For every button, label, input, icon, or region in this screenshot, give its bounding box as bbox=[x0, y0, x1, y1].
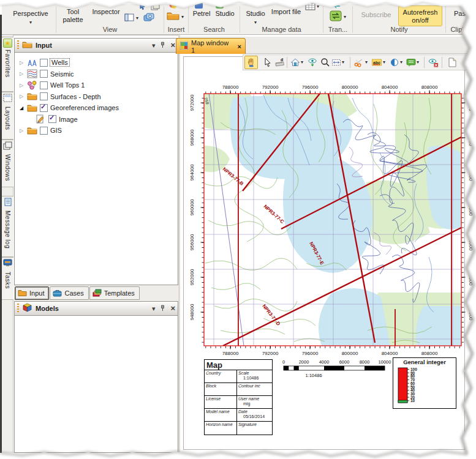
panel-grip[interactable] bbox=[17, 40, 19, 50]
tab-input[interactable]: Input bbox=[15, 286, 49, 300]
contrast-button[interactable] bbox=[388, 56, 401, 69]
svg-text:804000: 804000 bbox=[382, 84, 398, 90]
autorefresh-button[interactable]: Autorefresh on/off bbox=[398, 6, 442, 26]
perspective-button[interactable]: Perspective▾ bbox=[6, 10, 55, 26]
svg-text:960000: 960000 bbox=[468, 200, 474, 216]
surfaces-checkbox[interactable] bbox=[40, 92, 48, 100]
tree-item-gis[interactable]: ▷ GIS bbox=[15, 125, 178, 136]
select-tool-button[interactable] bbox=[261, 56, 274, 69]
studio-manage-button[interactable]: Studio▾ bbox=[244, 10, 267, 26]
view-all-button[interactable] bbox=[306, 56, 319, 69]
svg-text:792000: 792000 bbox=[262, 351, 279, 356]
sidebar-tab-favorites[interactable]: ★ Favorites bbox=[2, 37, 13, 92]
georeferenced-images-checkbox[interactable]: ✓ bbox=[40, 104, 48, 112]
spreadsheet-dropdown[interactable]: ▾ bbox=[317, 4, 319, 9]
polyline-edit-icon bbox=[353, 57, 365, 68]
home-view-button[interactable] bbox=[289, 56, 302, 69]
seismic-checkbox[interactable] bbox=[40, 70, 48, 78]
layouts-icon bbox=[3, 94, 12, 105]
manage-data-group-label: Manage data bbox=[240, 26, 323, 33]
map-figure[interactable]: 788000792000 796000800000 804000808000 7… bbox=[182, 72, 476, 366]
pane-layout-dropdown[interactable]: ▾ bbox=[136, 15, 138, 21]
subscribe-button[interactable]: Subscribe bbox=[358, 11, 395, 19]
close-icon[interactable]: × bbox=[170, 42, 175, 48]
hide-button[interactable] bbox=[426, 56, 440, 69]
input-panel-header[interactable]: Input ▾ × bbox=[14, 38, 178, 53]
svg-text:972000: 972000 bbox=[189, 94, 195, 111]
expander-icon[interactable]: ▷ bbox=[18, 83, 25, 88]
tab-close-icon[interactable]: × bbox=[238, 43, 241, 50]
page-icon bbox=[447, 57, 458, 68]
tree-item-wells[interactable]: ▷ Wells bbox=[15, 57, 178, 69]
x-axis-top-labels: 788000792000 796000800000 804000808000 bbox=[222, 84, 438, 90]
petrel-search-button[interactable]: Petrel bbox=[190, 10, 213, 18]
new-page-button[interactable] bbox=[445, 56, 459, 69]
stacked-windows-icon[interactable] bbox=[151, 2, 160, 13]
chevron-down-icon[interactable]: ▾ bbox=[152, 305, 156, 312]
edit-polyline-dropdown[interactable]: ▾ bbox=[365, 59, 368, 65]
annotation-button[interactable]: abc bbox=[370, 56, 383, 69]
tree-item-image[interactable]: ✓ Image bbox=[15, 114, 178, 125]
tool-palette-button[interactable]: Tool palette bbox=[59, 8, 87, 24]
perspective-label: Perspective bbox=[13, 10, 48, 17]
chevron-down-icon[interactable]: ▾ bbox=[152, 42, 156, 48]
panel-grip[interactable] bbox=[17, 304, 19, 313]
pan-tool-button[interactable] bbox=[244, 56, 258, 69]
tree-item-seismic[interactable]: ▷ Seismic bbox=[15, 69, 178, 80]
inspector-button[interactable]: Inspector bbox=[88, 8, 124, 16]
pin-icon[interactable] bbox=[160, 305, 165, 312]
svg-text:d: d bbox=[281, 58, 283, 62]
wells-checkbox[interactable] bbox=[40, 59, 48, 67]
templates-icon bbox=[93, 289, 102, 298]
models-panel-header[interactable]: Models ▾ × bbox=[14, 301, 178, 316]
gis-checkbox[interactable] bbox=[40, 127, 48, 135]
sidebar-tab-tasks[interactable]: Tasks bbox=[2, 257, 13, 300]
sidebar-tab-layouts[interactable]: Layouts bbox=[2, 92, 13, 140]
sidebar-tab-windows[interactable]: Windows bbox=[2, 140, 13, 187]
insert-folder-icon[interactable] bbox=[167, 10, 179, 23]
pane-layout-icon[interactable] bbox=[124, 13, 135, 24]
view-group-label: View bbox=[56, 26, 164, 33]
tree-item-label: Georeferenced images bbox=[50, 104, 119, 111]
zoom-extents-dropdown[interactable]: ▾ bbox=[342, 59, 344, 65]
tree-item-georeferenced-images[interactable]: ◢ ✓ Georeferenced images bbox=[15, 102, 178, 114]
edit-polyline-button[interactable] bbox=[352, 56, 366, 69]
image-checkbox[interactable]: ✓ bbox=[48, 115, 56, 123]
tab-map-window-1[interactable]: Map window 1 × bbox=[176, 38, 246, 54]
legend-row: Model nameDate05/16/2014 bbox=[205, 409, 272, 422]
expander-icon[interactable]: ◢ bbox=[18, 105, 25, 111]
eye-down-icon bbox=[307, 57, 318, 68]
measure-distance-button[interactable]: d bbox=[273, 56, 287, 69]
legend-title: Map bbox=[205, 360, 272, 370]
map-thumbnail-icon bbox=[180, 42, 188, 51]
folder-icon bbox=[27, 126, 37, 135]
expander-icon[interactable]: ▷ bbox=[18, 60, 25, 65]
pin-icon[interactable] bbox=[160, 42, 165, 49]
transfer-dropdown[interactable]: ▾ bbox=[344, 14, 346, 20]
contrast-dropdown[interactable]: ▾ bbox=[400, 59, 402, 65]
spreadsheet-icon[interactable] bbox=[305, 2, 315, 13]
studio-search-button[interactable]: Studio bbox=[212, 10, 238, 18]
comments-dropdown[interactable]: ▾ bbox=[417, 59, 419, 65]
svg-text:8000: 8000 bbox=[360, 359, 370, 365]
sidebar-tab-message-log[interactable]: Message log bbox=[2, 196, 13, 257]
expander-icon[interactable]: ▷ bbox=[18, 71, 25, 76]
tree-item-well-tops[interactable]: ▷ Well Tops 1 bbox=[15, 80, 178, 91]
expander-icon[interactable]: ▷ bbox=[18, 128, 25, 133]
insert-dropdown[interactable]: ▾ bbox=[181, 14, 184, 20]
close-icon[interactable]: × bbox=[170, 305, 175, 312]
well-tops-checkbox[interactable] bbox=[40, 81, 48, 89]
paste-button[interactable]: Paste bbox=[450, 10, 475, 18]
transfer-icon[interactable] bbox=[330, 10, 342, 24]
pointer-tool-icon[interactable] bbox=[138, 1, 146, 12]
import-file-button[interactable]: Import file bbox=[271, 8, 301, 16]
annotation-dropdown[interactable]: ▾ bbox=[383, 59, 385, 65]
tree-item-surfaces[interactable]: ▷ Surfaces - Depth bbox=[15, 91, 178, 103]
tab-cases[interactable]: Cases bbox=[50, 286, 88, 300]
comments-button[interactable] bbox=[404, 56, 418, 69]
expander-icon[interactable]: ▷ bbox=[18, 94, 25, 99]
zoom-extents-button[interactable] bbox=[330, 56, 343, 69]
tab-templates[interactable]: Templates bbox=[89, 286, 140, 300]
home-view-dropdown[interactable]: ▾ bbox=[301, 59, 303, 65]
screenshot-icon[interactable] bbox=[143, 12, 155, 24]
